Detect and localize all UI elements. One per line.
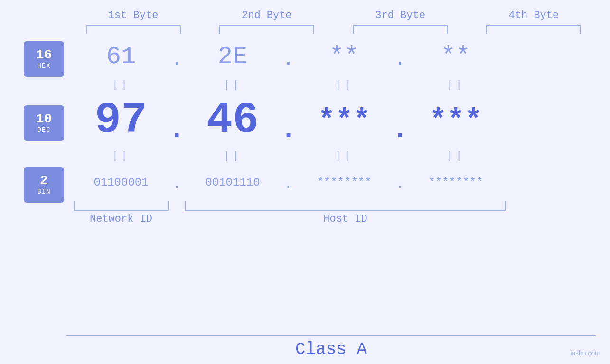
bin-dot3: . <box>392 177 408 192</box>
hex-dot2: . <box>280 49 297 70</box>
bin-b4: ******** <box>428 176 483 189</box>
bin-dot1: . <box>169 177 185 192</box>
byte4-header: 4th Byte <box>486 9 581 21</box>
top-brackets <box>0 25 610 34</box>
hex-badge: 16 HEX <box>24 41 64 77</box>
hex-b3: ** <box>329 43 359 71</box>
host-id-label: Host ID <box>185 213 506 225</box>
byte3-header: 3rd Byte <box>353 9 448 21</box>
sep2-space <box>24 149 64 168</box>
bracket-network <box>74 201 169 211</box>
network-id-label: Network ID <box>74 213 169 225</box>
byte-headers: 1st Byte 2nd Byte 3rd Byte 4th Byte <box>0 9 610 21</box>
dec-dot2: . <box>280 98 297 143</box>
bracket-top-3 <box>353 25 448 34</box>
bracket-top-1 <box>86 25 181 34</box>
hex-badge-number: 16 <box>36 48 52 63</box>
dec-b1: 97 <box>95 95 147 145</box>
sep1-space <box>24 78 64 97</box>
eq1-b2: || <box>185 79 280 91</box>
hex-b4: ** <box>441 43 470 71</box>
eq-sep2: || || || || <box>74 147 596 166</box>
dec-dot1: . <box>169 98 185 143</box>
bottom-brackets <box>74 201 596 211</box>
main-container: 1st Byte 2nd Byte 3rd Byte 4th Byte 16 H… <box>0 0 610 364</box>
dec-b4: *** <box>429 103 482 137</box>
class-a-section: Class A <box>0 335 610 359</box>
dec-badge-label: DEC <box>37 126 50 134</box>
class-a-line <box>66 335 596 336</box>
eq2-b2: || <box>185 150 280 162</box>
bin-b2: 00101110 <box>205 176 260 189</box>
dec-row: 97 . 46 . *** . *** <box>74 94 596 147</box>
bracket-top-4 <box>486 25 581 34</box>
hex-b2: 2E <box>218 43 247 71</box>
hex-badge-wrapper: 16 HEX <box>24 40 64 78</box>
dec-b2: 46 <box>206 95 259 145</box>
eq1-b3: || <box>297 79 392 91</box>
dec-badge-number: 10 <box>36 112 52 127</box>
eq1-b1: || <box>74 79 169 91</box>
eq2-b1: || <box>74 150 169 162</box>
eq-sep1: || || || || <box>74 75 596 94</box>
id-labels: Network ID Host ID <box>74 213 596 225</box>
bin-b1: 01100001 <box>94 176 148 189</box>
hex-badge-label: HEX <box>37 62 50 70</box>
hex-b1: 61 <box>106 43 136 71</box>
bin-badge-number: 2 <box>40 174 48 188</box>
dec-dot3: . <box>392 98 408 143</box>
hex-row: 61 . 2E . ** . ** <box>74 37 596 75</box>
data-rows: 61 . 2E . ** . ** || || <box>74 37 596 331</box>
dec-b3: *** <box>318 103 371 137</box>
bin-badge-label: BIN <box>37 188 50 196</box>
bin-row: 01100001 . 00101110 . ******** . *******… <box>74 166 596 199</box>
dec-badge: 10 DEC <box>24 105 64 141</box>
bin-badge: 2 BIN <box>24 167 64 203</box>
eq1-b4: || <box>408 79 503 91</box>
class-a-label: Class A <box>66 340 596 359</box>
watermark: ipshu.com <box>570 349 601 357</box>
hex-dot3: . <box>392 49 408 70</box>
hex-dot1: . <box>169 49 185 70</box>
bracket-top-2 <box>219 25 314 34</box>
byte2-header: 2nd Byte <box>219 9 314 21</box>
dec-badge-wrapper: 10 DEC <box>24 97 64 149</box>
bin-badge-wrapper: 2 BIN <box>24 168 64 201</box>
byte1-header: 1st Byte <box>86 9 181 21</box>
bin-dot2: . <box>280 177 297 192</box>
badges-column: 16 HEX 10 DEC 2 BIN <box>24 37 64 331</box>
eq2-b3: || <box>297 150 392 162</box>
bracket-host <box>185 201 506 211</box>
bin-b3: ******** <box>317 176 371 189</box>
eq2-b4: || <box>408 150 503 162</box>
